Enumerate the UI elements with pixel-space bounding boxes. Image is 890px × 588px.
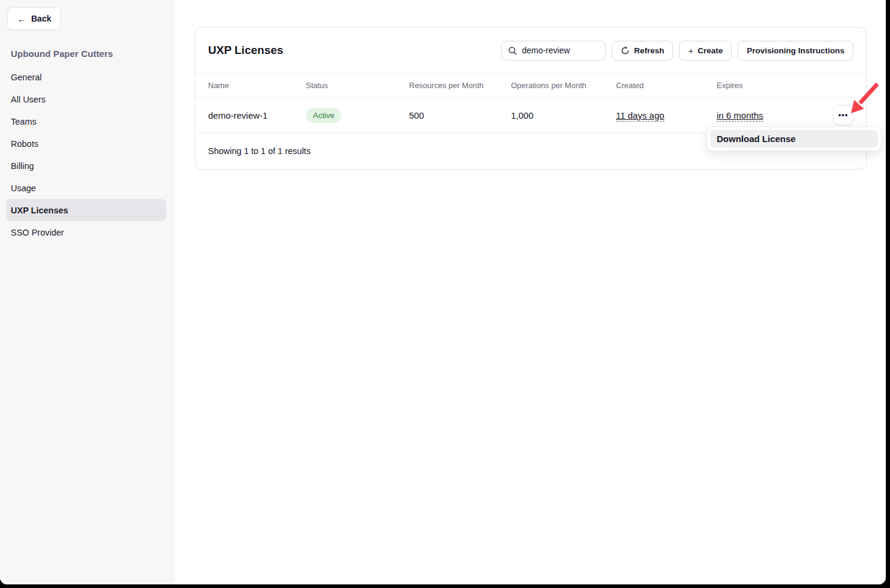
column-header-name: Name bbox=[208, 81, 306, 90]
provisioning-instructions-label: Provisioning Instructions bbox=[747, 46, 844, 55]
provisioning-instructions-button[interactable]: Provisioning Instructions bbox=[738, 41, 853, 61]
sidebar-item-teams[interactable]: Teams bbox=[6, 110, 166, 132]
cell-resources-per-month: 500 bbox=[409, 110, 511, 120]
status-badge: Active bbox=[306, 108, 341, 123]
cell-created-relative-time: 11 days ago bbox=[616, 110, 665, 122]
column-header-expires: Expires bbox=[717, 81, 826, 90]
back-button[interactable]: ← Back bbox=[7, 7, 61, 30]
search-input[interactable] bbox=[522, 46, 599, 55]
back-arrow-icon: ← bbox=[17, 14, 26, 23]
column-header-resources-per-month: Resources per Month bbox=[409, 81, 511, 90]
sidebar-item-sso-provider[interactable]: SSO Provider bbox=[6, 221, 166, 243]
sidebar: ← Back Upbound Paper Cutters General All… bbox=[0, 0, 175, 584]
page-title: UXP Licenses bbox=[208, 44, 283, 57]
column-header-created: Created bbox=[616, 81, 717, 90]
search-icon bbox=[508, 46, 517, 55]
column-header-status: Status bbox=[306, 81, 409, 90]
row-actions-menu-button[interactable]: ••• bbox=[833, 105, 853, 125]
back-button-label: Back bbox=[31, 14, 51, 23]
plus-icon: + bbox=[688, 46, 693, 55]
sidebar-item-billing[interactable]: Billing bbox=[6, 155, 166, 177]
menu-item-download-license[interactable]: Download License bbox=[710, 130, 878, 147]
header-controls: Refresh + Create Provisioning Instructio… bbox=[501, 41, 853, 61]
table-header: Name Status Resources per Month Operatio… bbox=[196, 74, 866, 98]
sidebar-item-usage[interactable]: Usage bbox=[6, 177, 166, 199]
create-button[interactable]: + Create bbox=[679, 41, 732, 61]
create-button-label: Create bbox=[697, 46, 723, 55]
search-box[interactable] bbox=[501, 41, 606, 61]
sidebar-item-robots[interactable]: Robots bbox=[6, 132, 166, 155]
refresh-button-label: Refresh bbox=[634, 46, 664, 55]
refresh-button[interactable]: Refresh bbox=[612, 41, 673, 61]
sidebar-item-all-users[interactable]: All Users bbox=[6, 88, 166, 110]
main-content: UXP Licenses Refresh bbox=[175, 0, 886, 584]
cell-expires-relative-time: in 6 months bbox=[717, 110, 763, 122]
org-title: Upbound Paper Cutters bbox=[0, 44, 175, 62]
card-header: UXP Licenses Refresh bbox=[196, 28, 866, 74]
refresh-icon bbox=[621, 46, 630, 55]
sidebar-item-general[interactable]: General bbox=[6, 66, 166, 88]
sidebar-nav: General All Users Teams Robots Billing U… bbox=[0, 66, 175, 243]
column-header-operations-per-month: Operations per Month bbox=[511, 81, 616, 90]
app-window: ← Back Upbound Paper Cutters General All… bbox=[0, 0, 886, 584]
cell-operations-per-month: 1,000 bbox=[511, 110, 616, 120]
cell-license-name: demo-review-1 bbox=[208, 110, 306, 120]
row-actions-context-menu: Download License bbox=[706, 126, 882, 151]
sidebar-item-uxp-licenses[interactable]: UXP Licenses bbox=[6, 199, 166, 221]
